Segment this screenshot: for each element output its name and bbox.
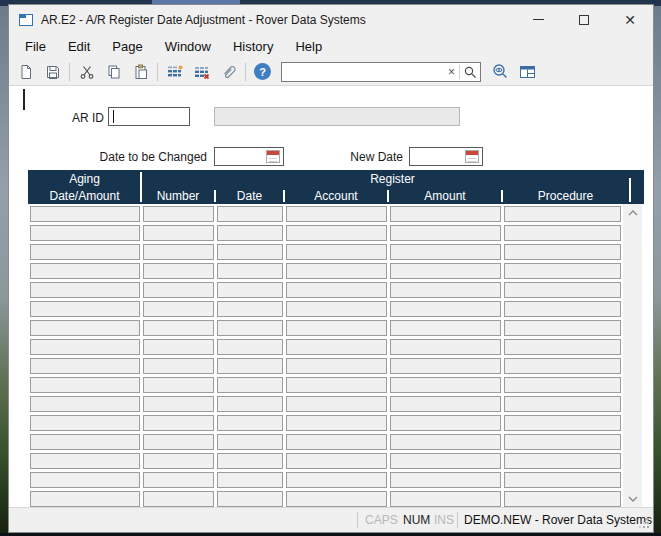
table-cell[interactable] — [390, 244, 501, 260]
menu-history[interactable]: History — [222, 36, 284, 57]
menu-page[interactable]: Page — [101, 36, 153, 57]
table-cell[interactable] — [143, 472, 214, 488]
resize-grip[interactable] — [639, 518, 650, 529]
table-cell[interactable] — [217, 206, 283, 222]
table-cell[interactable] — [390, 320, 501, 336]
table-cell[interactable] — [30, 453, 140, 469]
table-cell[interactable] — [217, 453, 283, 469]
table-cell[interactable] — [143, 377, 214, 393]
table-cell[interactable] — [286, 415, 387, 431]
table-cell[interactable] — [390, 472, 501, 488]
table-cell[interactable] — [30, 472, 140, 488]
table-cell[interactable] — [30, 396, 140, 412]
table-cell[interactable] — [217, 415, 283, 431]
table-cell[interactable] — [390, 491, 501, 507]
table-cell[interactable] — [390, 301, 501, 317]
scroll-down-button[interactable] — [623, 490, 642, 507]
table-cell[interactable] — [504, 472, 621, 488]
table-cell[interactable] — [504, 377, 621, 393]
table-cell[interactable] — [30, 244, 140, 260]
table-cell[interactable] — [286, 225, 387, 241]
table-cell[interactable] — [390, 415, 501, 431]
table-cell[interactable] — [390, 453, 501, 469]
table-cell[interactable] — [30, 225, 140, 241]
table-cell[interactable] — [143, 320, 214, 336]
table-cell[interactable] — [286, 206, 387, 222]
insert-line-button[interactable] — [161, 60, 188, 83]
search-clear-icon[interactable]: × — [444, 63, 459, 81]
table-cell[interactable] — [504, 453, 621, 469]
minimize-button[interactable] — [515, 5, 561, 34]
table-cell[interactable] — [286, 434, 387, 450]
scroll-up-button[interactable] — [623, 204, 642, 221]
table-cell[interactable] — [390, 206, 501, 222]
search-input[interactable] — [282, 65, 444, 79]
table-cell[interactable] — [143, 434, 214, 450]
table-cell[interactable] — [286, 244, 387, 260]
table-cell[interactable] — [217, 244, 283, 260]
table-cell[interactable] — [504, 434, 621, 450]
table-cell[interactable] — [504, 396, 621, 412]
table-cell[interactable] — [30, 282, 140, 298]
table-cell[interactable] — [390, 358, 501, 374]
table-cell[interactable] — [30, 491, 140, 507]
table-cell[interactable] — [217, 301, 283, 317]
table-cell[interactable] — [217, 263, 283, 279]
table-cell[interactable] — [286, 301, 387, 317]
table-cell[interactable] — [504, 206, 621, 222]
table-cell[interactable] — [143, 225, 214, 241]
table-cell[interactable] — [143, 491, 214, 507]
table-cell[interactable] — [390, 377, 501, 393]
table-cell[interactable] — [217, 225, 283, 241]
table-cell[interactable] — [504, 225, 621, 241]
search-magnifier-icon[interactable] — [460, 65, 480, 79]
table-cell[interactable] — [504, 358, 621, 374]
table-cell[interactable] — [504, 415, 621, 431]
table-cell[interactable] — [286, 282, 387, 298]
paste-button[interactable] — [127, 60, 154, 83]
table-cell[interactable] — [286, 396, 387, 412]
table-cell[interactable] — [286, 472, 387, 488]
table-cell[interactable] — [143, 453, 214, 469]
menu-help[interactable]: Help — [284, 36, 333, 57]
table-cell[interactable] — [217, 396, 283, 412]
table-cell[interactable] — [286, 377, 387, 393]
table-cell[interactable] — [390, 282, 501, 298]
table-cell[interactable] — [286, 320, 387, 336]
table-cell[interactable] — [143, 358, 214, 374]
table-cell[interactable] — [30, 434, 140, 450]
copy-button[interactable] — [100, 60, 127, 83]
table-cell[interactable] — [30, 358, 140, 374]
table-cell[interactable] — [143, 263, 214, 279]
table-cell[interactable] — [504, 339, 621, 355]
table-cell[interactable] — [30, 415, 140, 431]
menu-file[interactable]: File — [14, 36, 57, 57]
table-cell[interactable] — [390, 339, 501, 355]
close-button[interactable]: ✕ — [607, 5, 653, 34]
table-cell[interactable] — [30, 301, 140, 317]
table-cell[interactable] — [504, 320, 621, 336]
table-cell[interactable] — [143, 396, 214, 412]
ar-id-input[interactable] — [108, 107, 190, 126]
lookup-button[interactable] — [487, 60, 514, 83]
maximize-button[interactable] — [561, 5, 607, 34]
table-cell[interactable] — [504, 263, 621, 279]
table-cell[interactable] — [504, 244, 621, 260]
table-cell[interactable] — [390, 396, 501, 412]
table-cell[interactable] — [286, 453, 387, 469]
table-cell[interactable] — [143, 301, 214, 317]
table-cell[interactable] — [504, 491, 621, 507]
table-cell[interactable] — [217, 282, 283, 298]
menu-window[interactable]: Window — [154, 36, 222, 57]
table-cell[interactable] — [30, 339, 140, 355]
calendar-icon[interactable] — [266, 150, 280, 163]
date-to-be-changed-input[interactable] — [214, 147, 284, 166]
new-document-button[interactable] — [12, 60, 39, 83]
table-cell[interactable] — [217, 472, 283, 488]
table-cell[interactable] — [390, 263, 501, 279]
table-cell[interactable] — [286, 491, 387, 507]
table-cell[interactable] — [390, 225, 501, 241]
vertical-scrollbar[interactable] — [623, 204, 642, 507]
table-cell[interactable] — [286, 263, 387, 279]
table-cell[interactable] — [217, 339, 283, 355]
